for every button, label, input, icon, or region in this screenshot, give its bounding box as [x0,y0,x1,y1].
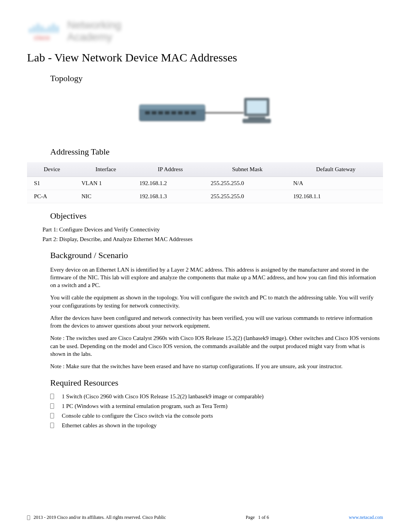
logo-line1: Networking [67,19,121,31]
logo-text: Networking Academy [67,19,121,43]
objective-part1: Part 1: Configure Devices and Verify Con… [42,226,383,233]
svg-rect-1 [33,26,35,33]
cisco-brand-text: cisco [34,34,50,41]
bg-p2: You will cable the equipment as shown in… [50,294,381,309]
bullet-icon [50,403,54,409]
background-text: Every device on an Ethernet LAN is ident… [50,266,381,371]
logo-line2: Academy [67,31,112,43]
svg-rect-16 [185,111,189,114]
bg-p4: Note : The switches used are Cisco Catal… [50,334,381,358]
cell-ip: 192.168.1.2 [135,177,206,190]
resource-item: Ethernet cables as shown in the topology [50,422,383,429]
svg-rect-12 [158,111,163,114]
th-subnet: Subnet Mask [206,162,289,177]
resource-item: 1 Switch (Cisco 2960 with Cisco IOS Rele… [50,393,383,400]
cell-subnet: 255.255.255.0 [206,190,289,203]
footer-link[interactable]: www.netacad.com [349,515,383,520]
th-ip: IP Address [135,162,206,177]
section-topology: Topology [50,73,383,83]
svg-rect-13 [165,111,169,114]
bullet-icon [50,413,54,418]
cell-ip: 192.168.1.3 [135,190,206,203]
page-label: Page [246,515,254,520]
svg-rect-14 [171,111,176,114]
svg-rect-7 [56,26,58,33]
cell-interface: VLAN 1 [77,177,135,190]
topology-diagram [27,91,383,135]
page-total: 6 [267,515,269,520]
svg-rect-10 [145,111,150,114]
page-title: Lab - View Network Device MAC Addresses [27,51,383,64]
resource-item: Console cable to configure the Cisco swi… [50,413,383,419]
bullet-icon [27,515,30,520]
cell-subnet: 255.255.255.0 [206,177,289,190]
table-header-row: Device Interface IP Address Subnet Mask … [27,162,383,177]
header-logo: cisco Networking Academy [27,19,383,43]
resource-item: 1 PC (Windows with a terminal emulation … [50,403,383,410]
footer-copyright: 2013 - 2019 Cisco and/or its affiliates.… [27,515,166,520]
svg-rect-2 [37,24,39,33]
cell-device: PC-A [27,190,77,203]
addressing-table: Device Interface IP Address Subnet Mask … [27,162,383,203]
copyright-text: 2013 - 2019 Cisco and/or its affiliates.… [34,515,166,520]
cell-device: S1 [27,177,77,190]
cell-gateway: 192.168.1.1 [288,190,383,203]
svg-rect-0 [29,28,31,33]
resource-text: Ethernet cables as shown in the topology [62,422,157,428]
svg-rect-11 [152,111,156,114]
svg-rect-17 [191,111,196,114]
resource-text: 1 PC (Windows with a terminal emulation … [62,403,227,409]
cell-gateway: N/A [288,177,383,190]
resource-text: Console cable to configure the Cisco swi… [62,413,213,419]
svg-rect-6 [53,24,54,33]
bg-p1: Every device on an Ethernet LAN is ident… [50,266,381,289]
footer-page-number: Page 1 of 6 [246,515,269,520]
svg-rect-20 [247,100,267,114]
section-background: Background / Scenario [50,250,383,260]
cell-interface: NIC [77,190,135,203]
th-device: Device [27,162,77,177]
cisco-bars-icon: cisco [27,20,62,42]
page-of: of [262,515,266,520]
table-row: S1 VLAN 1 192.168.1.2 255.255.255.0 N/A [27,177,383,190]
table-row: PC-A NIC 192.168.1.3 255.255.255.0 192.1… [27,190,383,203]
svg-rect-3 [41,26,43,33]
bullet-icon [50,423,54,428]
objectives-list: Part 1: Configure Devices and Verify Con… [42,226,383,243]
footer-url: www.netacad.com [349,515,383,520]
bg-p5: Note : Make sure that the switches have … [50,362,381,370]
resources-list: 1 Switch (Cisco 2960 with Cisco IOS Rele… [50,393,383,429]
svg-rect-15 [178,111,183,114]
resource-text: 1 Switch (Cisco 2960 with Cisco IOS Rele… [62,393,264,399]
svg-rect-4 [45,28,47,33]
section-addressing: Addressing Table [50,147,383,157]
th-gateway: Default Gateway [288,162,383,177]
svg-rect-9 [139,105,205,109]
objective-part2: Part 2: Display, Describe, and Analyze E… [42,236,383,243]
svg-rect-22 [243,119,271,123]
page-footer: 2013 - 2019 Cisco and/or its affiliates.… [27,515,383,520]
bullet-icon [50,394,54,399]
bg-p3: After the devices have been configured a… [50,314,381,330]
th-interface: Interface [77,162,135,177]
svg-rect-5 [49,26,51,33]
section-resources: Required Resources [50,378,383,388]
page-current: 1 [258,515,261,520]
svg-rect-21 [248,117,265,119]
section-objectives: Objectives [50,211,383,221]
